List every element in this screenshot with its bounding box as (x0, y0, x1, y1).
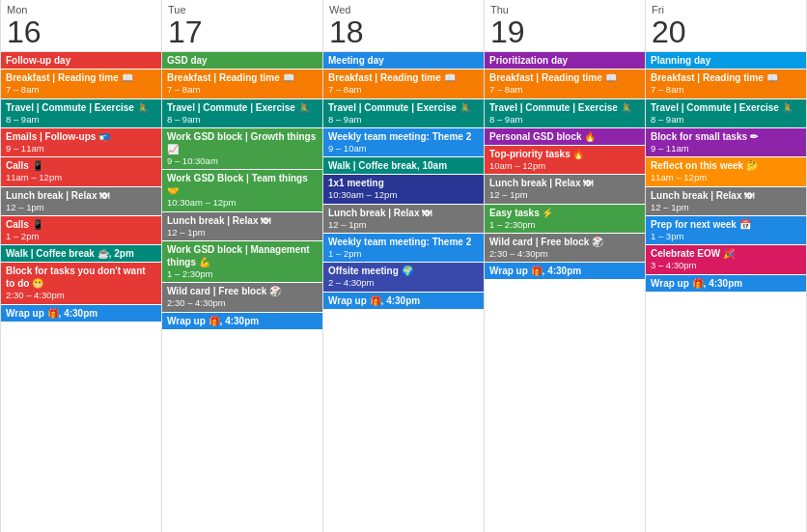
event-block[interactable]: Breakfast | Reading time 📖7 – 8am (1, 70, 161, 98)
event-block[interactable]: Wrap up 🎁, 4:30pm (162, 313, 322, 329)
event-time: 8 – 9am (489, 114, 640, 126)
event-time: 12 – 1pm (651, 202, 801, 213)
event-block[interactable]: Lunch break | Relax 🍽12 – 1pm (485, 175, 645, 203)
day-col-wed: Wed18Meeting dayBreakfast | Reading time… (323, 0, 485, 532)
day-header-fri: Fri20 (646, 0, 806, 52)
event-title: Weekly team meeting: Theme 2 (328, 236, 479, 248)
event-time: 12 – 1pm (6, 202, 156, 213)
event-title: Emails | Follow-ups 📬 (6, 130, 156, 143)
event-block[interactable]: Reflect on this week 🤔11am – 12pm (646, 157, 806, 185)
event-time: 2:30 – 4:30pm (6, 290, 156, 301)
event-block[interactable]: Prep for next week 📅1 – 3pm (646, 216, 806, 244)
event-title: Work GSD block | Management things 💪 (167, 243, 318, 268)
event-title: Travel | Commute | Exercise 🚴 (6, 101, 156, 114)
day-number: 19 (490, 15, 639, 49)
event-block[interactable]: Wrap up 🎁, 4:30pm (1, 305, 161, 322)
event-title: Lunch break | Relax 🍽 (328, 207, 479, 219)
day-label: Planning day (646, 52, 806, 69)
event-block[interactable]: Personal GSD block 🔥 (485, 128, 645, 145)
event-title: Calls 📱 (6, 159, 156, 172)
event-time: 1 – 2:30pm (489, 219, 640, 231)
event-time: 7 – 8am (6, 84, 156, 96)
event-block[interactable]: Travel | Commute | Exercise 🚴8 – 9am (1, 99, 161, 127)
event-block[interactable]: Walk | Coffee break, 10am (323, 157, 484, 174)
event-title: Work GSD block | Growth things 📈 (167, 130, 318, 155)
event-title: Block for small tasks ✏ (651, 130, 801, 143)
event-title: Walk | Coffee break ☕, 2pm (6, 247, 156, 260)
event-block[interactable]: Breakfast | Reading time 📖7 – 8am (323, 70, 484, 98)
event-title: Breakfast | Reading time 📖 (6, 71, 156, 84)
day-label: Prioritization day (485, 52, 645, 69)
events-container: Breakfast | Reading time 📖7 – 8amTravel … (646, 69, 806, 532)
event-time: 11am – 12pm (651, 172, 801, 183)
event-title: Wild card | Free block 🎲 (167, 285, 318, 297)
event-block[interactable]: Travel | Commute | Exercise 🚴8 – 9am (323, 99, 484, 127)
event-time: 7 – 8am (489, 84, 640, 96)
event-block[interactable]: Walk | Coffee break ☕, 2pm (1, 245, 161, 262)
event-time: 2:30 – 4:30pm (167, 297, 318, 309)
event-block[interactable]: Wild card | Free block 🎲2:30 – 4:30pm (162, 283, 322, 311)
event-title: Travel | Commute | Exercise 🚴 (328, 101, 479, 114)
event-time: 12 – 1pm (167, 227, 318, 238)
event-title: Lunch break | Relax 🍽 (489, 177, 640, 189)
event-title: Breakfast | Reading time 📖 (489, 71, 640, 84)
event-title: Celebrate EOW 🎉 (651, 247, 801, 260)
event-title: Travel | Commute | Exercise 🚴 (651, 101, 801, 114)
event-block[interactable]: Lunch break | Relax 🍽12 – 1pm (646, 187, 806, 215)
event-time: 8 – 9am (6, 114, 156, 126)
event-block[interactable]: Lunch break | Relax 🍽12 – 1pm (323, 205, 484, 233)
event-block[interactable]: Work GSD Block | Team things 🤝10:30am – … (162, 170, 322, 210)
event-time: 9 – 10am (328, 143, 479, 154)
event-block[interactable]: Work GSD block | Growth things 📈9 – 10:3… (162, 128, 322, 169)
event-block[interactable]: Travel | Commute | Exercise 🚴8 – 9am (646, 99, 806, 127)
event-block[interactable]: Emails | Follow-ups 📬9 – 11am (1, 128, 161, 156)
event-title: Easy tasks ⚡ (489, 207, 640, 219)
event-block[interactable]: Celebrate EOW 🎉3 – 4:30pm (646, 245, 806, 273)
event-block[interactable]: Wild card | Free block 🎲2:30 – 4:30pm (485, 234, 645, 262)
event-time: 10:30am – 12pm (167, 197, 318, 209)
event-block[interactable]: Breakfast | Reading time 📖7 – 8am (646, 70, 806, 98)
event-title: Wrap up 🎁, 4:30pm (167, 315, 318, 327)
event-time: 1 – 2pm (6, 231, 156, 242)
event-time: 12 – 1pm (489, 189, 640, 201)
calendar-grid: Mon16Follow-up dayBreakfast | Reading ti… (0, 0, 807, 532)
event-time: 1 – 3pm (651, 231, 801, 242)
event-block[interactable]: Weekly team meeting: Theme 29 – 10am (323, 128, 484, 156)
event-block[interactable]: Breakfast | Reading time 📖7 – 8am (162, 70, 322, 98)
event-title: Personal GSD block 🔥 (489, 130, 640, 143)
event-title: Reflect on this week 🤔 (651, 159, 801, 172)
event-time: 8 – 9am (328, 114, 479, 126)
event-block[interactable]: Offsite meeting 🌍2 – 4:30pm (323, 263, 484, 291)
event-block[interactable]: Weekly team meeting: Theme 21 – 2pm (323, 234, 484, 262)
event-time: 7 – 8am (651, 84, 801, 96)
event-block[interactable]: Travel | Commute | Exercise 🚴8 – 9am (485, 99, 645, 127)
event-title: Prep for next week 📅 (651, 218, 801, 231)
event-title: Wrap up 🎁, 4:30pm (651, 277, 801, 290)
event-block[interactable]: Wrap up 🎁, 4:30pm (323, 293, 484, 309)
event-title: Lunch break | Relax 🍽 (651, 189, 801, 202)
event-block[interactable]: Wrap up 🎁, 4:30pm (485, 263, 645, 279)
event-block[interactable]: Work GSD block | Management things 💪1 – … (162, 241, 322, 282)
event-block[interactable]: Wrap up 🎁, 4:30pm (646, 275, 806, 292)
day-label: Follow-up day (1, 52, 161, 69)
event-time: 10:30am – 12pm (328, 189, 479, 201)
event-block[interactable]: Travel | Commute | Exercise 🚴8 – 9am (162, 99, 322, 127)
day-header-thu: Thu19 (485, 0, 645, 52)
event-block[interactable]: Easy tasks ⚡1 – 2:30pm (485, 205, 645, 233)
event-title: Breakfast | Reading time 📖 (328, 71, 479, 84)
event-title: Wrap up 🎁, 4:30pm (328, 294, 479, 307)
event-block[interactable]: Calls 📱1 – 2pm (1, 216, 161, 244)
event-title: Lunch break | Relax 🍽 (6, 189, 156, 202)
event-title: Walk | Coffee break, 10am (328, 159, 479, 172)
event-block[interactable]: Breakfast | Reading time 📖7 – 8am (485, 70, 645, 98)
day-label: GSD day (162, 52, 322, 69)
event-time: 9 – 11am (6, 143, 156, 154)
event-block[interactable]: Top-priority tasks 🔥10am – 12pm (485, 146, 645, 174)
event-block[interactable]: Lunch break | Relax 🍽12 – 1pm (162, 212, 322, 240)
event-block[interactable]: Block for tasks you don't want to do 😬2:… (1, 263, 161, 303)
event-time: 1 – 2:30pm (167, 268, 318, 280)
event-block[interactable]: Calls 📱11am – 12pm (1, 157, 161, 185)
event-block[interactable]: Lunch break | Relax 🍽12 – 1pm (1, 187, 161, 215)
event-block[interactable]: Block for small tasks ✏9 – 11am (646, 128, 806, 156)
event-block[interactable]: 1x1 meeting10:30am – 12pm (323, 175, 484, 203)
